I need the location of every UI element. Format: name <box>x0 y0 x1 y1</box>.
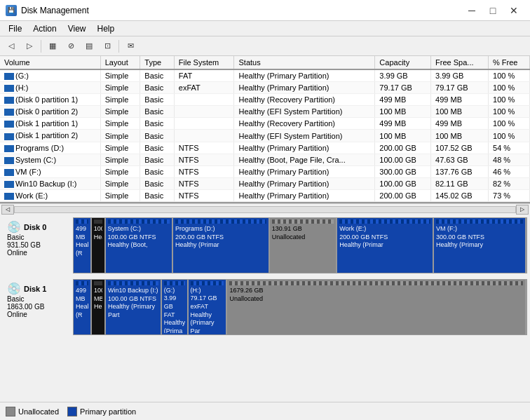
partition[interactable]: 499 MB Healthy (R <box>74 280 92 334</box>
partition[interactable]: System (C:) 100.00 GB NTFS Healthy (Boot… <box>106 218 174 273</box>
cell-pct: 73 % <box>489 189 530 201</box>
cell-volume: (Disk 1 partition 2) <box>0 130 100 142</box>
table-row[interactable]: Win10 Backup (I:)SimpleBasicNTFSHealthy … <box>0 177 530 189</box>
partition[interactable]: Win10 Backup (I:) 100.00 GB NTFS Healthy… <box>106 280 162 334</box>
table-row[interactable]: Programs (D:)SimpleBasicNTFSHealthy (Pri… <box>0 142 530 154</box>
cell-layout: Simple <box>100 177 140 189</box>
table-row[interactable]: (Disk 0 partition 1)SimpleBasicHealthy (… <box>0 94 530 106</box>
cell-fs: NTFS <box>174 154 234 165</box>
cell-capacity: 200.00 GB <box>375 189 431 201</box>
table-hscroll[interactable]: ◁ ▷ <box>0 203 530 215</box>
table-row[interactable]: (G:)SimpleBasicFATHealthy (Primary Parti… <box>0 69 530 82</box>
col-volume[interactable]: Volume <box>0 56 100 69</box>
cell-fs <box>174 94 234 106</box>
menu-help[interactable]: Help <box>92 21 121 36</box>
table-row[interactable]: VM (F:)SimpleBasicNTFSHealthy (Primary P… <box>0 165 530 177</box>
partition[interactable]: 1679.26 GB Unallocated <box>227 280 526 334</box>
cell-status: Healthy (Primary Partition) <box>234 82 375 94</box>
menu-action[interactable]: Action <box>27 21 62 36</box>
volume-table-section: Volume Layout Type File System Status Ca… <box>0 56 530 203</box>
scroll-right[interactable]: ▷ <box>516 205 529 215</box>
cell-status: Healthy (Recovery Partition) <box>234 118 375 130</box>
cell-fs: FAT <box>174 69 234 82</box>
close-button[interactable]: ✕ <box>503 4 524 18</box>
table-row[interactable]: (H:)SimpleBasicexFATHealthy (Primary Par… <box>0 82 530 94</box>
cell-free: 145.02 GB <box>431 189 489 201</box>
partition-stripe <box>272 219 334 224</box>
disk0-info: 💿 Disk 0 Basic 931.50 GB Online <box>3 217 73 273</box>
minimize-button[interactable]: ─ <box>461 4 482 18</box>
toolbar-btn-3[interactable]: ⊘ <box>62 39 79 54</box>
partition-stripe <box>164 281 185 285</box>
col-status[interactable]: Status <box>234 56 375 69</box>
toolbar-btn-5[interactable]: ⊡ <box>99 39 116 54</box>
volume-icon <box>4 121 14 128</box>
cell-layout: Simple <box>100 142 140 154</box>
cell-capacity: 100.00 GB <box>375 154 431 165</box>
col-capacity[interactable]: Capacity <box>375 56 431 69</box>
disk1-info: 💿 Disk 1 Basic 1863.00 GB Online <box>3 279 73 335</box>
cell-type: Basic <box>140 130 175 142</box>
cell-layout: Simple <box>100 130 140 142</box>
cell-layout: Simple <box>100 82 140 94</box>
menu-file[interactable]: File <box>3 21 27 36</box>
cell-type: Basic <box>140 69 175 82</box>
menu-view[interactable]: View <box>62 21 92 36</box>
partition[interactable]: 100 Hea <box>92 218 106 273</box>
table-scroll[interactable]: Volume Layout Type File System Status Ca… <box>0 56 530 202</box>
partition[interactable]: 499 MB Healthy (R <box>74 218 92 273</box>
partition[interactable]: VM (F:) 300.00 GB NTFS Healthy (Primary <box>434 218 526 273</box>
toolbar-btn-4[interactable]: ▤ <box>81 39 97 54</box>
partition[interactable]: (G:) 3.99 GB FAT Healthy (Prima <box>162 280 189 334</box>
disk-section[interactable]: 💿 Disk 0 Basic 931.50 GB Online 499 MB H… <box>0 215 530 402</box>
cell-status: Healthy (Primary Partition) <box>234 189 375 201</box>
col-freespace[interactable]: Free Spa... <box>431 56 489 69</box>
cell-volume: Programs (D:) <box>0 142 100 154</box>
cell-pct: 100 % <box>489 69 530 82</box>
partition-label: 130.91 GB Unallocated <box>272 225 334 241</box>
partition[interactable]: 130.91 GB Unallocated <box>270 218 338 273</box>
cell-volume: (G:) <box>0 69 100 82</box>
partition-stripe <box>229 281 523 285</box>
table-row[interactable]: Work (E:)SimpleBasicNTFSHealthy (Primary… <box>0 189 530 201</box>
cell-type: Basic <box>140 189 175 201</box>
cell-type: Basic <box>140 165 175 177</box>
scroll-track[interactable] <box>14 206 516 213</box>
table-row[interactable]: (Disk 1 partition 1)SimpleBasicHealthy (… <box>0 118 530 130</box>
cell-volume: (Disk 1 partition 1) <box>0 118 100 130</box>
cell-capacity: 100 MB <box>375 130 431 142</box>
partition-label: Programs (D:) 200.00 GB NTFS Healthy (Pr… <box>175 225 266 250</box>
table-row[interactable]: (Disk 0 partition 2)SimpleBasicHealthy (… <box>0 106 530 118</box>
maximize-button[interactable]: □ <box>482 4 503 18</box>
cell-free: 79.17 GB <box>431 82 489 94</box>
table-row[interactable]: (Disk 1 partition 2)SimpleBasicHealthy (… <box>0 130 530 142</box>
cell-volume: (Disk 0 partition 2) <box>0 106 100 118</box>
partition-stripe <box>191 281 224 285</box>
disk1-size: 1863.00 GB <box>7 303 69 311</box>
col-pctfree[interactable]: % Free <box>489 56 530 69</box>
partition[interactable]: Work (E:) 200.00 GB NTFS Healthy (Primar <box>337 218 434 273</box>
cell-pct: 100 % <box>489 118 530 130</box>
cell-type: Basic <box>140 106 175 118</box>
toolbar-btn-2[interactable]: ▦ <box>44 39 61 54</box>
partition[interactable]: 100 MB Health <box>92 280 106 334</box>
toolbar-btn-6[interactable]: ✉ <box>122 39 139 54</box>
cell-volume: Work (E:) <box>0 189 100 201</box>
table-row[interactable]: System (C:)SimpleBasicNTFSHealthy (Boot,… <box>0 154 530 165</box>
cell-fs <box>174 130 234 142</box>
partition[interactable]: (H:) 79.17 GB exFAT Healthy (Primary Par <box>189 280 228 334</box>
cell-pct: 82 % <box>489 177 530 189</box>
disk0-partitions: 499 MB Healthy (R100 HeaSystem (C:) 100.… <box>73 217 527 273</box>
scroll-left[interactable]: ◁ <box>1 205 14 215</box>
back-button[interactable]: ◁ <box>3 39 20 54</box>
cell-capacity: 100 MB <box>375 106 431 118</box>
partition-stripe <box>108 219 170 224</box>
col-layout[interactable]: Layout <box>100 56 140 69</box>
partition[interactable]: Programs (D:) 200.00 GB NTFS Healthy (Pr… <box>173 218 270 273</box>
partition-stripe <box>76 281 88 285</box>
col-type[interactable]: Type <box>140 56 175 69</box>
col-filesystem[interactable]: File System <box>174 56 234 69</box>
cell-volume: VM (F:) <box>0 165 100 177</box>
cell-fs: NTFS <box>174 165 234 177</box>
forward-button[interactable]: ▷ <box>21 39 38 54</box>
